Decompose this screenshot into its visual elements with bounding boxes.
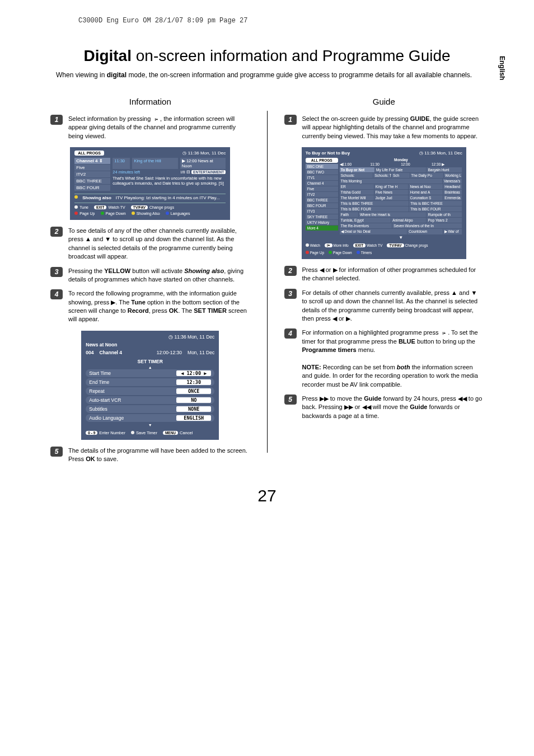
info-button-icon: i+ [152,118,160,121]
right-step-3: 3 For details of other channels currentl… [284,289,484,323]
timer-head: SET TIMER [86,359,214,364]
foot-pgdn: Page Down [106,212,126,215]
column-divider [267,111,268,453]
gf-iplus: i+ [325,243,332,247]
channel-row: Five [74,165,110,171]
foot-tune: Tune [79,205,88,209]
gf-pgup: Page Up [310,251,324,255]
right-step-4: 4 For information on a highlighted progr… [284,328,484,389]
guide-channel: ITV3 [306,209,338,214]
guide-cell: Judge Jud [374,195,409,200]
guide-cell: Rumpole of th [427,212,461,217]
timer-row-label: Auto-start VCR [89,397,121,403]
guide-time-col: 12:30 ▶ [432,162,462,167]
step-badge: 1 [50,115,63,125]
guide-cell: King of The H [374,184,409,189]
guide-channel: ITV1 [306,175,338,180]
gf-pgdn: Page Down [333,251,352,255]
r4d: button to bring up the [415,338,475,345]
gf-tvfav: TV/FAV [387,243,404,247]
note-label: NOTE: [302,364,321,370]
set-timer-mock: ◷ 11:36 Mon, 11 Dec News at Noon 004 Cha… [81,331,219,440]
guide-cell: Animal Airpo [391,218,426,223]
r4a: For information on a highlighted program… [302,329,441,336]
guide-cell: This is BBC FOUR [340,206,409,212]
guide-day: Monday [340,158,462,162]
timer-row-label: End Time [89,379,109,385]
foot-watch: Watch TV [108,205,125,209]
timer-chno: 004 [86,350,93,355]
guide-row: This MorningVanessa's [340,179,462,184]
also-text: ITV Playalong: Izi starting in 4 minutes… [116,195,220,200]
guide-cell: This is BBC THREE [340,201,409,206]
guide-cell: Home and A [409,190,443,195]
channel-row: ITV2 [74,171,110,177]
timer-row-label: Subtitles [89,406,107,412]
guide-cell: The Re-Inventors [340,223,392,228]
menu-oval: MENU [163,431,178,435]
left-step-3: 3 Pressing the YELLOW button will activa… [50,267,250,284]
guide-cell: Seven Wonders of the In [392,223,461,228]
channel-list: Channel 4 ⇕FiveITV2BBC THREEBBC FOUR [74,158,110,191]
foot-cancel: Cancel [180,430,193,435]
l4h: SET TIMER [194,307,227,314]
timer-row-label: Start Time [89,370,111,376]
l4g: . The [178,307,194,314]
guide-cell: To Buy or Not [340,167,374,172]
blue-dot-icon [357,251,360,254]
timer-date: Mon, 11 Dec [188,350,214,355]
guide-time-col: ◀11:00 [340,162,371,167]
red-dot-icon [74,212,78,215]
step-badge: 2 [284,266,297,276]
foot-pgup: Page Up [79,212,95,215]
channel-row: BBC THREE [74,178,110,184]
guide-cell: The Montel Will [340,195,374,200]
l3b: YELLOW [104,267,130,274]
intro-b: digital [107,71,127,79]
page-number: 27 [11,486,523,505]
l3a: Pressing the [68,267,104,274]
red-dot-icon [306,251,309,254]
guide-row: To Buy or NotMy Life For SaleBargain Hun… [340,167,462,172]
step-badge: 4 [284,328,297,339]
guide-cell: Schools: [340,173,373,178]
info-screen-mock: ALL PROGS ◷ 11:36 Mon, 11 Dec Channel 4 … [70,147,230,220]
up-tri-icon: ▲ [86,365,214,369]
timer-clock: 11:36 Mon, 11 Dec [174,334,214,340]
timer-row-value: 12:30 [176,379,211,385]
guide-cell: Coronation S [409,195,443,200]
green-dot-icon [329,251,332,254]
r3: For details of other channels currently … [302,289,484,323]
timer-span: 12:00-12:30 [157,350,182,355]
note-b: both [397,364,410,370]
guide-channel: UKTV History [306,220,338,225]
left-step-4: 4 To record the following programme, wit… [50,289,250,324]
guide-cell: Emmerda [443,195,461,200]
timer-row: Start Time◀ 12:00 ▶ [86,369,214,377]
info-heading: Information [50,97,250,106]
channel-row: Channel 4 ⇕ [74,158,110,164]
l4d: Record [128,307,149,314]
r5a: Press ▶▶ to move the [302,395,364,402]
timer-row: SubtitlesNONE [86,405,214,413]
timer-row: End Time12:30 [86,378,214,386]
guide-channel: BBC ONE [306,164,338,169]
foot-save: Save Timer [136,430,157,435]
guide-row: ◀ Deal or No DealCountdown▶ War of [340,229,462,234]
exit-pill: EXIT [94,205,106,209]
guide-cell: Faith [340,212,358,217]
down-tri-icon: ▼ [340,235,462,240]
timer-row-value: ◀ 12:00 ▶ [176,370,211,376]
title-rest: on-screen information and Programme Guid… [132,47,451,64]
r4f: menu. [357,346,376,353]
right-step-1: 1 Select the on-screen guide by pressing… [284,115,484,140]
guide-cell: This is BBC THREE [409,201,462,206]
guide-title: To Buy or Not to Buy [306,151,350,156]
guide-row: Tunisia, EgyptAnimal AirpoPop Years 2 [340,218,462,223]
guide-channel: BBC THREE [306,198,338,203]
now-title: King of the Hill [132,158,177,169]
guide-cell: Five News [374,190,409,195]
gf-more: More info [334,243,349,247]
guide-channel: ITV2 [306,192,338,197]
timer-row: RepeatONCE [86,387,214,395]
